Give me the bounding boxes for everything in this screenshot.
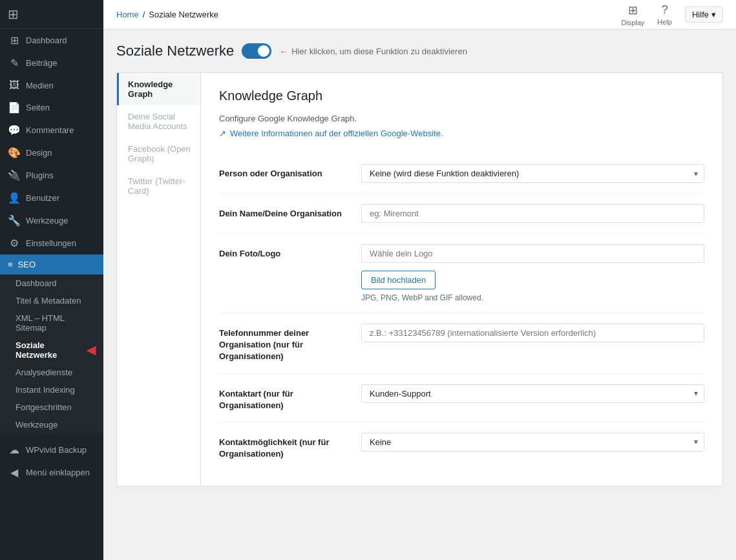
sidebar-item-label: WPvivid Backup [26, 445, 87, 455]
display-label: Display [621, 19, 644, 26]
help-label: Help [657, 18, 672, 26]
external-link[interactable]: ↗ Weitere Informationen auf der offiziel… [219, 129, 443, 138]
seo-menu-header[interactable]: ≡ SEO [0, 254, 103, 275]
seiten-icon: 📄 [8, 101, 21, 114]
left-nav: Knowledge Graph Deine Social Media Accou… [117, 73, 201, 486]
person-organisation-select[interactable]: Keine (wird diese Funktion deaktivieren)… [361, 164, 704, 183]
beitraege-icon: ✎ [8, 57, 21, 69]
seo-subitem-dashboard[interactable]: Dashboard [0, 275, 103, 292]
sidebar-item-label: Menü einklappen [26, 468, 90, 477]
left-nav-label: Deine Social Media Accounts [128, 112, 187, 131]
sidebar-item-beitraege[interactable]: ✎ Beiträge [0, 52, 103, 74]
seo-subitem-instant-indexing[interactable]: Instant Indexing [0, 381, 103, 399]
page-title: Soziale Netzwerke [116, 43, 234, 59]
seo-subitem-label: Instant Indexing [16, 385, 75, 395]
sidebar-item-einstellungen[interactable]: ⚙ Einstellungen [0, 232, 103, 254]
sidebar-item-label: Seiten [26, 103, 50, 112]
sidebar: ⊞ ⊞ Dashboard ✎ Beiträge 🖼 Medien 📄 Seit… [0, 0, 103, 560]
sidebar-item-label: Einstellungen [26, 238, 76, 248]
hilfe-chevron-icon: ▾ [711, 10, 716, 19]
collapse-icon: ◀ [8, 466, 21, 479]
plugins-icon: 🔌 [8, 169, 21, 181]
seo-subitem-label: XML – HTML Sitemap [16, 313, 65, 333]
form-label-name: Dein Name/Deine Organisation [219, 204, 348, 220]
upload-button[interactable]: Bild hochladen [361, 271, 436, 289]
seo-label: SEO [18, 260, 36, 269]
seo-subitem-analysedienste[interactable]: Analysedienste [0, 364, 103, 381]
left-nav-label: Facebook (Open Graph) [128, 144, 191, 163]
sidebar-item-label: Benutzer [26, 193, 59, 203]
form-label-kontaktmoeglichkeit: Kontaktmöglichkeit (nur für Organisation… [219, 433, 348, 460]
form-control-logo: Bild hochladen JPG, PNG, WebP and GIF al… [361, 244, 704, 302]
section-title: Knowledge Graph [219, 88, 704, 103]
left-nav-item-knowledge-graph[interactable]: Knowledge Graph [117, 73, 200, 105]
werkzeuge-icon: 🔧 [8, 214, 21, 227]
seo-subitem-label: Werkzeuge [16, 420, 58, 430]
sidebar-item-wpvivid[interactable]: ☁ WPvivid Backup [0, 439, 103, 461]
right-content: Knowledge Graph Configure Google Knowled… [201, 73, 722, 486]
page-content: Soziale Netzwerke ← Hier klicken, um die… [103, 30, 736, 560]
select-wrapper-person: Keine (wird diese Funktion deaktivieren)… [361, 164, 704, 183]
kontaktmoeglichkeit-select[interactable]: Keine Telefon E-Mail [361, 433, 704, 451]
seo-subitem-label: Dashboard [16, 278, 57, 288]
sidebar-item-label: Dashboard [26, 36, 67, 45]
topbar: Home / Soziale Netzwerke ⊞ Display ? Hel… [103, 0, 736, 30]
left-nav-label: Knowledge Graph [128, 79, 173, 99]
seo-subitem-titel[interactable]: Titel & Metadaten [0, 292, 103, 309]
sidebar-item-menu-collapse[interactable]: ◀ Menü einklappen [0, 461, 103, 484]
breadcrumb-current: Soziale Netzwerke [149, 10, 218, 19]
sidebar-item-label: Design [26, 148, 52, 158]
hilfe-label: Hilfe [692, 10, 709, 19]
sidebar-item-kommentare[interactable]: 💬 Kommentare [0, 119, 103, 141]
toggle-hint-text: Hier klicken, um diese Funktion zu deakt… [291, 47, 467, 56]
kontaktart-select[interactable]: Kunden-Support Technischer Support Abrec… [361, 384, 704, 403]
seo-subitem-soziale-netzwerke[interactable]: Soziale Netzwerke ◀ [0, 337, 103, 364]
seo-subitem-label: Fortgeschritten [16, 402, 72, 412]
external-link-icon: ↗ [219, 129, 226, 138]
toggle-slider [242, 43, 271, 59]
toggle-arrow-icon: ← [279, 47, 288, 56]
select-wrapper-kontaktmoeglichkeit: Keine Telefon E-Mail ▾ [361, 433, 704, 451]
sidebar-item-design[interactable]: 🎨 Design [0, 141, 103, 164]
select-wrapper-kontaktart: Kunden-Support Technischer Support Abrec… [361, 384, 704, 403]
section-desc: Configure Google Knowledge Graph. [219, 114, 704, 123]
seo-subitem-sitemap[interactable]: XML – HTML Sitemap [0, 309, 103, 337]
content-layout: Knowledge Graph Deine Social Media Accou… [116, 72, 723, 486]
name-input[interactable] [361, 204, 704, 223]
sidebar-item-dashboard[interactable]: ⊞ Dashboard [0, 29, 103, 52]
sidebar-item-label: Kommentare [26, 125, 74, 135]
sidebar-item-werkzeuge[interactable]: 🔧 Werkzeuge [0, 209, 103, 232]
seo-subitem-label: Analysedienste [16, 368, 72, 377]
design-icon: 🎨 [8, 147, 21, 159]
home-link[interactable]: Home [116, 10, 139, 19]
form-control-telefon [361, 324, 704, 342]
form-label-person: Person oder Organisation [219, 164, 348, 180]
upload-hint: JPG, PNG, WebP and GIF allowed. [361, 293, 704, 302]
help-icon: ? [662, 3, 668, 17]
kommentare-icon: 💬 [8, 124, 21, 136]
telefon-input[interactable] [361, 324, 704, 342]
logo-input[interactable] [361, 244, 704, 263]
sidebar-item-seiten[interactable]: 📄 Seiten [0, 96, 103, 119]
form-row-telefon: Telefonnummer deiner Organisation (nur f… [219, 313, 704, 374]
form-label-kontaktart: Kontaktart (nur für Organisationen) [219, 384, 348, 411]
sidebar-item-plugins[interactable]: 🔌 Plugins [0, 164, 103, 187]
display-button[interactable]: ⊞ Display [621, 3, 644, 26]
feature-toggle[interactable] [242, 43, 271, 59]
help-button[interactable]: ? Help [657, 3, 672, 26]
seo-subitem-werkzeuge[interactable]: Werkzeuge [0, 416, 103, 433]
sidebar-item-benutzer[interactable]: 👤 Benutzer [0, 187, 103, 209]
breadcrumb: Home / Soziale Netzwerke [116, 10, 218, 19]
left-nav-item-twitter: Twitter (Twitter-Card) [117, 170, 200, 202]
seo-subitem-fortgeschritten[interactable]: Fortgeschritten [0, 399, 103, 416]
medien-icon: 🖼 [8, 79, 21, 91]
display-icon: ⊞ [628, 3, 638, 17]
seo-section: ≡ SEO Dashboard Titel & Metadaten XML – … [0, 254, 103, 433]
form-control-kontaktmoeglichkeit: Keine Telefon E-Mail ▾ [361, 433, 704, 451]
sidebar-item-label: Plugins [26, 171, 54, 180]
form-control-kontaktart: Kunden-Support Technischer Support Abrec… [361, 384, 704, 403]
sidebar-item-medien[interactable]: 🖼 Medien [0, 74, 103, 96]
upload-label: Bild hochladen [371, 275, 426, 285]
seo-subitem-label: Soziale Netzwerke [16, 340, 87, 360]
hilfe-button[interactable]: Hilfe ▾ [685, 6, 723, 23]
